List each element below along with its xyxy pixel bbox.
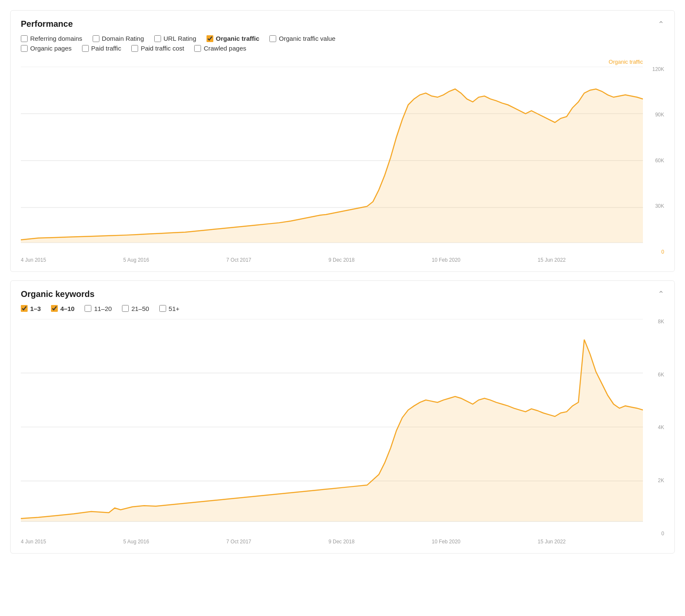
kw-x-label-2: 5 Aug 2016 <box>123 539 149 545</box>
kw-y-8k: 8K <box>658 319 664 324</box>
cb-organic-traffic[interactable]: Organic traffic <box>207 35 260 42</box>
cb-paid-traffic[interactable]: Paid traffic <box>82 45 122 52</box>
performance-section: Performance ⌃ Referring domains Domain R… <box>10 10 675 272</box>
performance-chart-legend: Organic traffic <box>21 59 664 65</box>
cb-organic-traffic-value-label: Organic traffic value <box>279 35 335 42</box>
cb-crawled-pages-label: Crawled pages <box>204 45 246 52</box>
perf-x-label-3: 7 Oct 2017 <box>226 257 252 263</box>
organic-keywords-section: Organic keywords ⌃ 1–3 4–10 11–20 21–50 … <box>10 280 675 554</box>
kw-y-0: 0 <box>661 531 664 536</box>
organic-keywords-chart-container: 4 Jun 2015 5 Aug 2016 7 Oct 2017 9 Dec 2… <box>21 319 664 545</box>
cb-kw-11-20-input[interactable] <box>85 305 91 312</box>
kw-x-label-6: 15 Jun 2022 <box>538 539 566 545</box>
cb-referring-domains[interactable]: Referring domains <box>21 35 82 42</box>
kw-x-label-3: 7 Oct 2017 <box>226 539 252 545</box>
cb-organic-pages[interactable]: Organic pages <box>21 45 72 52</box>
performance-chart-main: 4 Jun 2015 5 Aug 2016 7 Oct 2017 9 Dec 2… <box>21 67 643 263</box>
kw-y-2k: 2K <box>658 478 664 483</box>
cb-kw-4-10-input[interactable] <box>51 305 58 312</box>
cb-kw-21-50[interactable]: 21–50 <box>122 305 149 312</box>
perf-x-label-1: 4 Jun 2015 <box>21 257 46 263</box>
organic-keywords-header: Organic keywords ⌃ <box>21 289 664 299</box>
kw-x-label-1: 4 Jun 2015 <box>21 539 46 545</box>
cb-domain-rating-input[interactable] <box>93 35 99 42</box>
organic-keywords-chart-svg <box>21 319 643 536</box>
performance-checkboxes-row2: Organic pages Paid traffic Paid traffic … <box>21 45 664 52</box>
cb-kw-1-3-label: 1–3 <box>30 305 41 312</box>
organic-keywords-yaxis: 8K 6K 4K 2K 0 <box>643 319 664 545</box>
cb-domain-rating-label: Domain Rating <box>102 35 144 42</box>
cb-crawled-pages[interactable]: Crawled pages <box>194 45 246 52</box>
cb-paid-traffic-cost[interactable]: Paid traffic cost <box>131 45 184 52</box>
perf-x-label-6: 15 Jun 2022 <box>538 257 566 263</box>
cb-domain-rating[interactable]: Domain Rating <box>93 35 144 42</box>
organic-keywords-chart-main: 4 Jun 2015 5 Aug 2016 7 Oct 2017 9 Dec 2… <box>21 319 643 545</box>
cb-kw-51plus-label: 51+ <box>169 305 179 312</box>
cb-url-rating-input[interactable] <box>154 35 161 42</box>
performance-checkboxes-row1: Referring domains Domain Rating URL Rati… <box>21 35 664 42</box>
perf-x-label-4: 9 Dec 2018 <box>328 257 354 263</box>
cb-crawled-pages-input[interactable] <box>194 45 201 52</box>
organic-keywords-checkboxes: 1–3 4–10 11–20 21–50 51+ <box>21 305 664 312</box>
cb-kw-51plus-input[interactable] <box>159 305 166 312</box>
cb-kw-11-20-label: 11–20 <box>94 305 112 312</box>
cb-kw-1-3[interactable]: 1–3 <box>21 305 41 312</box>
cb-organic-traffic-value[interactable]: Organic traffic value <box>269 35 335 42</box>
perf-y-30k: 30K <box>655 203 664 209</box>
cb-kw-21-50-label: 21–50 <box>131 305 149 312</box>
cb-kw-51plus[interactable]: 51+ <box>159 305 179 312</box>
cb-organic-traffic-input[interactable] <box>207 35 213 42</box>
cb-url-rating[interactable]: URL Rating <box>154 35 196 42</box>
perf-y-90k: 90K <box>655 112 664 117</box>
cb-kw-4-10[interactable]: 4–10 <box>51 305 74 312</box>
cb-paid-traffic-input[interactable] <box>82 45 89 52</box>
performance-chart-wrapper: Organic traffic 4 Jun 2015 5 <box>21 59 664 263</box>
cb-kw-4-10-label: 4–10 <box>60 305 74 312</box>
cb-paid-traffic-cost-label: Paid traffic cost <box>141 45 184 52</box>
cb-organic-traffic-label: Organic traffic <box>216 35 260 42</box>
cb-kw-11-20[interactable]: 11–20 <box>85 305 112 312</box>
cb-organic-traffic-value-input[interactable] <box>269 35 276 42</box>
performance-header: Performance ⌃ <box>21 19 664 29</box>
cb-url-rating-label: URL Rating <box>164 35 196 42</box>
cb-referring-label: Referring domains <box>30 35 82 42</box>
cb-organic-pages-label: Organic pages <box>30 45 72 52</box>
perf-x-label-5: 10 Feb 2020 <box>432 257 460 263</box>
performance-chart-container: 4 Jun 2015 5 Aug 2016 7 Oct 2017 9 Dec 2… <box>21 67 664 263</box>
perf-y-0: 0 <box>661 249 664 254</box>
perf-y-60k: 60K <box>655 158 664 163</box>
performance-title: Performance <box>21 19 73 29</box>
cb-kw-21-50-input[interactable] <box>122 305 129 312</box>
cb-paid-traffic-label: Paid traffic <box>91 45 122 52</box>
organic-keywords-xaxis: 4 Jun 2015 5 Aug 2016 7 Oct 2017 9 Dec 2… <box>21 536 643 545</box>
perf-x-label-2: 5 Aug 2016 <box>123 257 149 263</box>
performance-collapse-icon[interactable]: ⌃ <box>658 20 664 29</box>
kw-x-label-5: 10 Feb 2020 <box>432 539 460 545</box>
performance-chart-svg <box>21 67 643 254</box>
kw-y-6k: 6K <box>658 372 664 377</box>
cb-kw-1-3-input[interactable] <box>21 305 28 312</box>
organic-keywords-collapse-icon[interactable]: ⌃ <box>658 289 664 299</box>
perf-y-120k: 120K <box>652 67 664 72</box>
cb-referring-input[interactable] <box>21 35 28 42</box>
organic-keywords-chart-wrapper: 4 Jun 2015 5 Aug 2016 7 Oct 2017 9 Dec 2… <box>21 319 664 545</box>
cb-paid-traffic-cost-input[interactable] <box>131 45 138 52</box>
kw-y-4k: 4K <box>658 425 664 430</box>
cb-organic-pages-input[interactable] <box>21 45 28 52</box>
kw-x-label-4: 9 Dec 2018 <box>328 539 354 545</box>
organic-keywords-title: Organic keywords <box>21 289 94 299</box>
performance-xaxis: 4 Jun 2015 5 Aug 2016 7 Oct 2017 9 Dec 2… <box>21 254 643 263</box>
performance-yaxis: 120K 90K 60K 30K 0 <box>643 67 664 263</box>
